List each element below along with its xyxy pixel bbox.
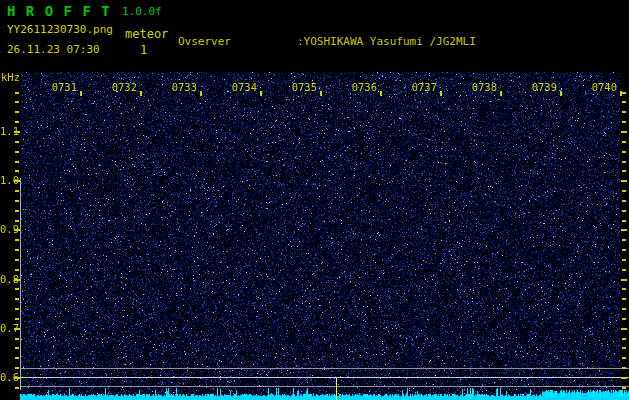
observer-label: Ovserver <box>178 35 297 49</box>
output-filename: YY2611230730.png <box>7 23 113 36</box>
freq-tick-label: 0.8 <box>0 273 14 285</box>
time-tick-label: 0731 <box>50 81 77 93</box>
mode-label: meteor <box>125 27 168 41</box>
app-title: H R O F F T <box>7 3 111 19</box>
observer-value: :YOSHIKAWA Yasufumi /JG2MLI <box>297 35 626 49</box>
freq-tick-label: 1.1 <box>0 125 14 137</box>
time-tick-label: 0736 <box>350 81 377 93</box>
freq-tick-label: 0.6 <box>0 371 14 383</box>
hrofft-window: H R O F F T 1.0.0f YY2611230730.png mete… <box>0 0 629 400</box>
time-tick-label: 0739 <box>530 81 557 93</box>
info-row-observer: Ovserver :YOSHIKAWA Yasufumi /JG2MLI <box>178 35 626 49</box>
spectrogram-canvas <box>0 70 629 400</box>
freq-tick-label: 0.7 <box>0 322 14 334</box>
freq-axis-unit: kHz <box>1 71 20 83</box>
time-tick-label: 0733 <box>170 81 197 93</box>
app-version: 1.0.0f <box>122 5 162 18</box>
time-tick-label: 0740 <box>590 81 617 93</box>
time-tick-label: 0737 <box>410 81 437 93</box>
echo-count: 1 <box>140 43 147 57</box>
time-tick-label: 0732 <box>110 81 137 93</box>
freq-tick-label: 1.0 <box>0 174 14 186</box>
time-tick-label: 0738 <box>470 81 497 93</box>
observation-datetime: 26.11.23 07:30 <box>7 43 100 56</box>
freq-tick-label: 0.9 <box>0 223 14 235</box>
time-tick-label: 0734 <box>230 81 257 93</box>
time-tick-label: 0735 <box>290 81 317 93</box>
